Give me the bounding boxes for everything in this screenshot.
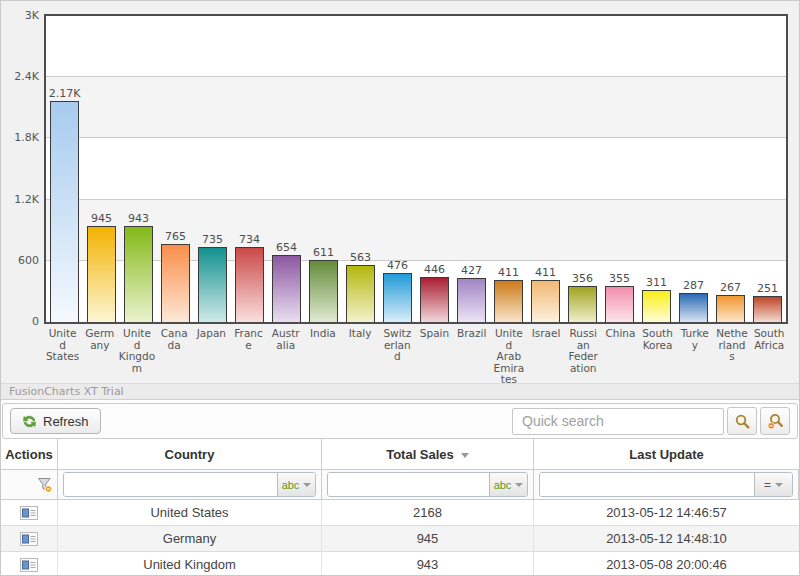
date-filter-type-button[interactable]: = [754, 473, 792, 496]
row-details-button[interactable] [19, 557, 39, 573]
grid-toolbar: Refresh [2, 403, 798, 439]
bar-united-arab-emirates[interactable]: 411 [494, 280, 523, 322]
bar-united-kingdom[interactable]: 943 [124, 226, 153, 322]
bar-slot: 943 [120, 226, 157, 322]
bar-china[interactable]: 355 [605, 286, 634, 322]
total-sales-cell: 2168 [322, 500, 534, 525]
bar-switzerland[interactable]: 476 [383, 273, 412, 322]
refresh-icon [22, 414, 37, 429]
x-axis-label: China [602, 328, 639, 386]
bar-slot: 563 [342, 265, 379, 322]
bar-italy[interactable]: 563 [346, 265, 375, 322]
column-header-last-update[interactable]: Last Update [534, 439, 799, 469]
country-filter-type-button[interactable]: abc [277, 473, 315, 496]
bar-slot: 411 [490, 280, 527, 322]
x-axis-label: South Africa [751, 328, 788, 386]
search-button[interactable] [727, 407, 757, 435]
row-actions-cell [1, 552, 58, 576]
sales-filter-input[interactable] [328, 473, 489, 496]
bar-united-states[interactable]: 2.17K [50, 101, 79, 322]
bar-slot: 427 [453, 278, 490, 322]
country-cell: United Kingdom [58, 552, 322, 576]
bar-south-korea[interactable]: 311 [642, 290, 671, 322]
table-row[interactable]: United States21682013-05-12 14:46:57 [1, 500, 799, 526]
bar-value-label: 563 [350, 251, 371, 264]
sales-filter-type-button[interactable]: abc [489, 473, 527, 496]
column-header-actions[interactable]: Actions [1, 439, 58, 469]
filter-cell-actions [1, 470, 58, 499]
bar-slot: 356 [564, 286, 601, 322]
row-actions-cell [1, 500, 58, 525]
x-axis-label: Unite d Kingdo m [118, 328, 155, 386]
bar-slot: 446 [416, 277, 453, 322]
bar-south-africa[interactable]: 251 [753, 296, 782, 322]
column-header-country[interactable]: Country [58, 439, 322, 469]
refresh-button-label: Refresh [43, 414, 89, 429]
column-header-total-sales[interactable]: Total Sales [322, 439, 534, 469]
y-axis-label: 3K [25, 9, 39, 22]
x-axis-label: Russi an Feder ation [565, 328, 602, 386]
details-card-icon [20, 558, 38, 572]
table-row[interactable]: United Kingdom9432013-05-08 20:00:46 [1, 552, 799, 576]
bar-value-label: 945 [91, 212, 112, 225]
bar-netherlands[interactable]: 267 [716, 295, 745, 322]
bar-value-label: 734 [239, 233, 260, 246]
x-axis: Unite d StatesGerm anyUnite d Kingdo mCa… [44, 328, 788, 386]
date-filter-input[interactable] [540, 473, 754, 496]
x-axis-label: South Korea [639, 328, 676, 386]
chevron-down-icon [303, 483, 311, 487]
x-axis-label: Nethe rland s [713, 328, 750, 386]
bar-slot: 611 [305, 260, 342, 322]
row-details-button[interactable] [19, 531, 39, 547]
y-axis-label: 600 [18, 254, 39, 267]
filter-type-label: abc [282, 479, 300, 491]
y-axis: 3K2.4K1.8K1.2K6000 [1, 1, 41, 331]
date-filter-combo: = [539, 472, 793, 497]
bar-brazil[interactable]: 427 [457, 278, 486, 322]
bar-value-label: 311 [646, 276, 667, 289]
country-cell: Germany [58, 526, 322, 551]
row-details-button[interactable] [19, 505, 39, 521]
bar-russian-federation[interactable]: 356 [568, 286, 597, 322]
bar-spain[interactable]: 446 [420, 277, 449, 322]
bar-value-label: 735 [202, 233, 223, 246]
refresh-button[interactable]: Refresh [10, 408, 101, 434]
bar-value-label: 476 [387, 259, 408, 272]
bar-germany[interactable]: 945 [87, 226, 116, 322]
grid-header-row: Actions Country Total Sales Last Update [1, 439, 799, 470]
y-axis-label: 1.8K [14, 131, 39, 144]
bar-france[interactable]: 734 [235, 247, 264, 322]
bar-slot: 476 [379, 273, 416, 322]
bar-israel[interactable]: 411 [531, 280, 560, 322]
clear-search-button[interactable] [760, 407, 790, 435]
country-cell: United States [58, 500, 322, 525]
country-filter-combo: abc [63, 472, 316, 497]
fusioncharts-watermark[interactable]: FusionCharts XT Trial [1, 383, 799, 399]
bar-value-label: 446 [424, 263, 445, 276]
x-axis-label: Franc e [230, 328, 267, 386]
grid-filter-row: abc abc = [1, 470, 799, 500]
bar-australia[interactable]: 654 [272, 255, 301, 322]
table-row[interactable]: Germany9452013-05-12 14:48:10 [1, 526, 799, 552]
bar-india[interactable]: 611 [309, 260, 338, 322]
filter-toggle-button[interactable] [36, 476, 53, 493]
chart-plot-area: 2.17K94594376573573465461156347644642741… [44, 14, 788, 324]
country-filter-input[interactable] [64, 473, 277, 496]
bar-value-label: 287 [683, 279, 704, 292]
bar-japan[interactable]: 735 [198, 247, 227, 322]
column-header-label: Last Update [629, 447, 703, 462]
last-update-cell: 2013-05-08 20:00:46 [534, 552, 799, 576]
x-axis-label: Unite d Arab Emira tes [490, 328, 527, 386]
x-axis-label: Germ any [81, 328, 118, 386]
bars-container: 2.17K94594376573573465461156347644642741… [46, 16, 786, 322]
bar-canada[interactable]: 765 [161, 244, 190, 322]
x-axis-label: Unite d States [44, 328, 81, 386]
x-axis-label: Cana da [156, 328, 193, 386]
bar-slot: 251 [749, 296, 786, 322]
data-grid: Actions Country Total Sales Last Update [1, 439, 799, 576]
quick-search-input[interactable] [512, 408, 724, 435]
x-axis-label: Italy [342, 328, 379, 386]
chevron-down-icon [775, 483, 783, 487]
bar-turkey[interactable]: 287 [679, 293, 708, 322]
column-header-label: Total Sales [386, 447, 454, 462]
